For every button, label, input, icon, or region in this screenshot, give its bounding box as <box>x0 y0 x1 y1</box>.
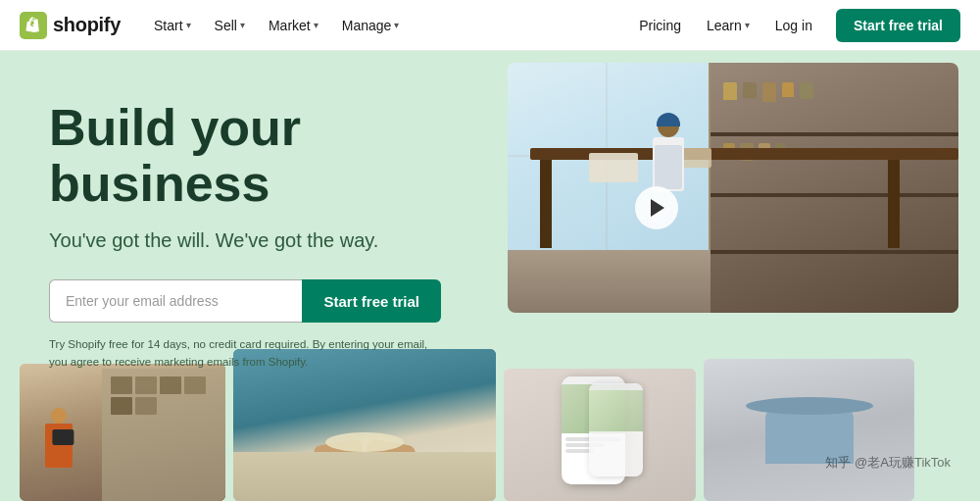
hero-form: Start free trial <box>49 279 441 323</box>
hero-section: Build your business You've got the will.… <box>0 51 980 501</box>
shopify-logo-icon <box>20 12 47 39</box>
nav-manage[interactable]: Manage ▾ <box>332 12 410 39</box>
chevron-down-icon: ▾ <box>186 20 191 30</box>
nav-market[interactable]: Market ▾ <box>259 12 328 39</box>
navbar: shopify Start ▾ Sell ▾ Market ▾ Manage ▾… <box>0 0 980 51</box>
chevron-down-icon: ▾ <box>314 20 318 30</box>
nav-start[interactable]: Start ▾ <box>144 12 201 39</box>
hero-disclaimer: Try Shopify free for 14 days, no credit … <box>49 336 431 371</box>
nav-learn[interactable]: Learn ▾ <box>697 12 760 39</box>
thumbnail-phone-app <box>504 369 696 501</box>
nav-sell[interactable]: Sell ▾ <box>205 12 255 39</box>
store-scene <box>508 63 958 313</box>
play-icon <box>651 199 664 217</box>
logo-label: shopify <box>53 14 121 36</box>
play-button[interactable] <box>635 186 678 229</box>
nav-left: Start ▾ Sell ▾ Market ▾ Manage ▾ <box>144 12 409 39</box>
nav-start-trial-button[interactable]: Start free trial <box>836 9 960 42</box>
thumbnail-hat <box>704 359 914 501</box>
nav-pricing[interactable]: Pricing <box>627 12 693 39</box>
chevron-down-icon: ▾ <box>240 20 245 30</box>
chevron-down-icon: ▾ <box>394 20 399 30</box>
email-input[interactable] <box>49 279 302 323</box>
logo[interactable]: shopify <box>20 12 121 39</box>
nav-right: Pricing Learn ▾ Log in Start free trial <box>627 9 960 42</box>
hero-start-trial-button[interactable]: Start free trial <box>302 279 441 323</box>
hero-subtitle: You've got the will. We've got the way. <box>49 229 451 252</box>
hero-left: Build your business You've got the will.… <box>0 51 490 400</box>
svg-rect-0 <box>20 12 47 39</box>
nav-login[interactable]: Log in <box>763 12 824 39</box>
hero-title: Build your business <box>49 100 451 212</box>
chevron-down-icon: ▾ <box>745 20 750 30</box>
hero-main-image <box>508 63 958 313</box>
watermark: 知乎 @老A玩赚TikTok <box>825 454 951 472</box>
